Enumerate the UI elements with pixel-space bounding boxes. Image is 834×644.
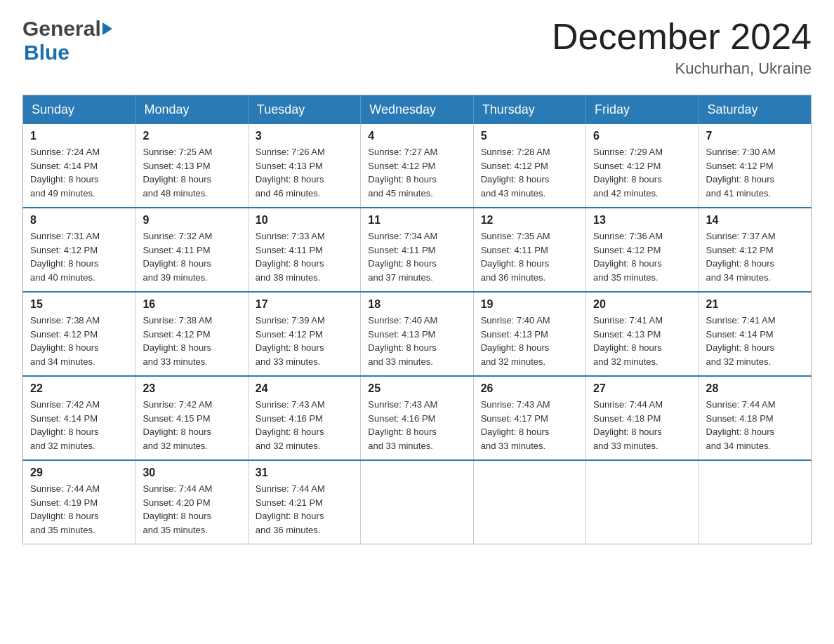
- calendar-cell: 9 Sunrise: 7:32 AM Sunset: 4:11 PM Dayli…: [135, 208, 248, 292]
- calendar-cell: [699, 460, 811, 544]
- day-number: 14: [706, 214, 804, 227]
- day-info: Sunrise: 7:32 AM Sunset: 4:11 PM Dayligh…: [143, 229, 240, 284]
- day-info: Sunrise: 7:43 AM Sunset: 4:16 PM Dayligh…: [256, 398, 353, 452]
- day-number: 18: [368, 298, 465, 311]
- logo-triangle-icon: [102, 22, 112, 35]
- calendar-cell: [586, 460, 699, 544]
- page-header: General Blue December 2024 Kuchurhan, Uk…: [22, 17, 812, 78]
- calendar-header-wednesday: Wednesday: [361, 95, 473, 125]
- calendar-header-monday: Monday: [135, 95, 248, 125]
- day-number: 2: [143, 130, 240, 142]
- calendar-cell: 28 Sunrise: 7:44 AM Sunset: 4:18 PM Dayl…: [699, 376, 811, 460]
- calendar-cell: 27 Sunrise: 7:44 AM Sunset: 4:18 PM Dayl…: [586, 376, 699, 460]
- calendar-cell: [473, 460, 585, 544]
- calendar-week-row: 15 Sunrise: 7:38 AM Sunset: 4:12 PM Dayl…: [23, 292, 812, 376]
- day-info: Sunrise: 7:25 AM Sunset: 4:13 PM Dayligh…: [143, 145, 240, 200]
- calendar-cell: 30 Sunrise: 7:44 AM Sunset: 4:20 PM Dayl…: [135, 460, 248, 544]
- day-number: 5: [481, 130, 578, 142]
- day-number: 8: [30, 214, 128, 227]
- day-info: Sunrise: 7:36 AM Sunset: 4:12 PM Dayligh…: [593, 229, 691, 284]
- day-number: 21: [706, 298, 804, 311]
- calendar-cell: 31 Sunrise: 7:44 AM Sunset: 4:21 PM Dayl…: [248, 460, 360, 544]
- day-number: 11: [368, 214, 465, 227]
- calendar-header-sunday: Sunday: [23, 95, 135, 125]
- day-info: Sunrise: 7:39 AM Sunset: 4:12 PM Dayligh…: [256, 314, 353, 368]
- day-number: 10: [256, 214, 353, 227]
- day-info: Sunrise: 7:44 AM Sunset: 4:20 PM Dayligh…: [143, 482, 240, 537]
- day-info: Sunrise: 7:37 AM Sunset: 4:12 PM Dayligh…: [706, 229, 804, 284]
- calendar-cell: 17 Sunrise: 7:39 AM Sunset: 4:12 PM Dayl…: [248, 292, 360, 376]
- day-number: 29: [30, 467, 128, 479]
- day-info: Sunrise: 7:40 AM Sunset: 4:13 PM Dayligh…: [368, 314, 465, 368]
- calendar-cell: 5 Sunrise: 7:28 AM Sunset: 4:12 PM Dayli…: [473, 124, 585, 208]
- calendar-week-row: 29 Sunrise: 7:44 AM Sunset: 4:19 PM Dayl…: [23, 460, 812, 544]
- calendar-table: SundayMondayTuesdayWednesdayThursdayFrid…: [22, 95, 812, 544]
- calendar-cell: 1 Sunrise: 7:24 AM Sunset: 4:14 PM Dayli…: [23, 124, 135, 208]
- month-title: December 2024: [552, 17, 812, 57]
- day-number: 16: [143, 298, 240, 311]
- day-number: 17: [256, 298, 353, 311]
- day-info: Sunrise: 7:33 AM Sunset: 4:11 PM Dayligh…: [256, 229, 353, 284]
- calendar-week-row: 1 Sunrise: 7:24 AM Sunset: 4:14 PM Dayli…: [23, 124, 812, 208]
- day-info: Sunrise: 7:44 AM Sunset: 4:18 PM Dayligh…: [593, 398, 691, 452]
- day-info: Sunrise: 7:44 AM Sunset: 4:18 PM Dayligh…: [706, 398, 804, 452]
- calendar-cell: 23 Sunrise: 7:42 AM Sunset: 4:15 PM Dayl…: [135, 376, 248, 460]
- calendar-cell: [361, 460, 473, 544]
- calendar-cell: 2 Sunrise: 7:25 AM Sunset: 4:13 PM Dayli…: [135, 124, 248, 208]
- calendar-header-friday: Friday: [586, 95, 699, 125]
- day-info: Sunrise: 7:29 AM Sunset: 4:12 PM Dayligh…: [593, 145, 691, 200]
- day-number: 26: [481, 382, 578, 395]
- calendar-cell: 12 Sunrise: 7:35 AM Sunset: 4:11 PM Dayl…: [473, 208, 585, 292]
- calendar-cell: 3 Sunrise: 7:26 AM Sunset: 4:13 PM Dayli…: [248, 124, 360, 208]
- day-number: 4: [368, 130, 465, 142]
- day-number: 31: [256, 467, 353, 479]
- day-info: Sunrise: 7:28 AM Sunset: 4:12 PM Dayligh…: [481, 145, 578, 200]
- calendar-cell: 13 Sunrise: 7:36 AM Sunset: 4:12 PM Dayl…: [586, 208, 699, 292]
- calendar-cell: 24 Sunrise: 7:43 AM Sunset: 4:16 PM Dayl…: [248, 376, 360, 460]
- calendar-cell: 16 Sunrise: 7:38 AM Sunset: 4:12 PM Dayl…: [135, 292, 248, 376]
- calendar-cell: 22 Sunrise: 7:42 AM Sunset: 4:14 PM Dayl…: [23, 376, 135, 460]
- calendar-header-tuesday: Tuesday: [248, 95, 360, 125]
- day-info: Sunrise: 7:38 AM Sunset: 4:12 PM Dayligh…: [30, 314, 128, 368]
- calendar-header-row: SundayMondayTuesdayWednesdayThursdayFrid…: [23, 95, 812, 125]
- day-info: Sunrise: 7:38 AM Sunset: 4:12 PM Dayligh…: [143, 314, 240, 368]
- day-info: Sunrise: 7:40 AM Sunset: 4:13 PM Dayligh…: [481, 314, 578, 368]
- day-number: 15: [30, 298, 128, 311]
- day-info: Sunrise: 7:26 AM Sunset: 4:13 PM Dayligh…: [256, 145, 353, 200]
- day-info: Sunrise: 7:42 AM Sunset: 4:14 PM Dayligh…: [30, 398, 128, 452]
- calendar-header-saturday: Saturday: [699, 95, 811, 125]
- day-info: Sunrise: 7:30 AM Sunset: 4:12 PM Dayligh…: [706, 145, 804, 200]
- calendar-cell: 14 Sunrise: 7:37 AM Sunset: 4:12 PM Dayl…: [699, 208, 811, 292]
- calendar-cell: 15 Sunrise: 7:38 AM Sunset: 4:12 PM Dayl…: [23, 292, 135, 376]
- day-number: 13: [593, 214, 691, 227]
- calendar-cell: 6 Sunrise: 7:29 AM Sunset: 4:12 PM Dayli…: [586, 124, 699, 208]
- calendar-cell: 18 Sunrise: 7:40 AM Sunset: 4:13 PM Dayl…: [361, 292, 473, 376]
- day-info: Sunrise: 7:44 AM Sunset: 4:21 PM Dayligh…: [256, 482, 353, 537]
- day-number: 27: [593, 382, 691, 395]
- day-info: Sunrise: 7:43 AM Sunset: 4:16 PM Dayligh…: [368, 398, 465, 452]
- day-info: Sunrise: 7:31 AM Sunset: 4:12 PM Dayligh…: [30, 229, 128, 284]
- day-info: Sunrise: 7:43 AM Sunset: 4:17 PM Dayligh…: [481, 398, 578, 452]
- day-number: 9: [143, 214, 240, 227]
- location-label: Kuchurhan, Ukraine: [552, 60, 812, 78]
- day-number: 19: [481, 298, 578, 311]
- day-info: Sunrise: 7:24 AM Sunset: 4:14 PM Dayligh…: [30, 145, 128, 200]
- day-number: 25: [368, 382, 465, 395]
- calendar-cell: 11 Sunrise: 7:34 AM Sunset: 4:11 PM Dayl…: [361, 208, 473, 292]
- day-number: 30: [143, 467, 240, 479]
- calendar-week-row: 8 Sunrise: 7:31 AM Sunset: 4:12 PM Dayli…: [23, 208, 812, 292]
- day-number: 1: [30, 130, 128, 142]
- day-number: 6: [593, 130, 691, 142]
- logo: General Blue: [22, 17, 112, 65]
- logo-blue-text: Blue: [24, 41, 70, 65]
- calendar-header-thursday: Thursday: [473, 95, 585, 125]
- day-info: Sunrise: 7:42 AM Sunset: 4:15 PM Dayligh…: [143, 398, 240, 452]
- day-number: 23: [143, 382, 240, 395]
- day-info: Sunrise: 7:34 AM Sunset: 4:11 PM Dayligh…: [368, 229, 465, 284]
- day-number: 3: [256, 130, 353, 142]
- calendar-cell: 26 Sunrise: 7:43 AM Sunset: 4:17 PM Dayl…: [473, 376, 585, 460]
- day-number: 28: [706, 382, 804, 395]
- day-number: 12: [481, 214, 578, 227]
- calendar-cell: 20 Sunrise: 7:41 AM Sunset: 4:13 PM Dayl…: [586, 292, 699, 376]
- day-number: 24: [256, 382, 353, 395]
